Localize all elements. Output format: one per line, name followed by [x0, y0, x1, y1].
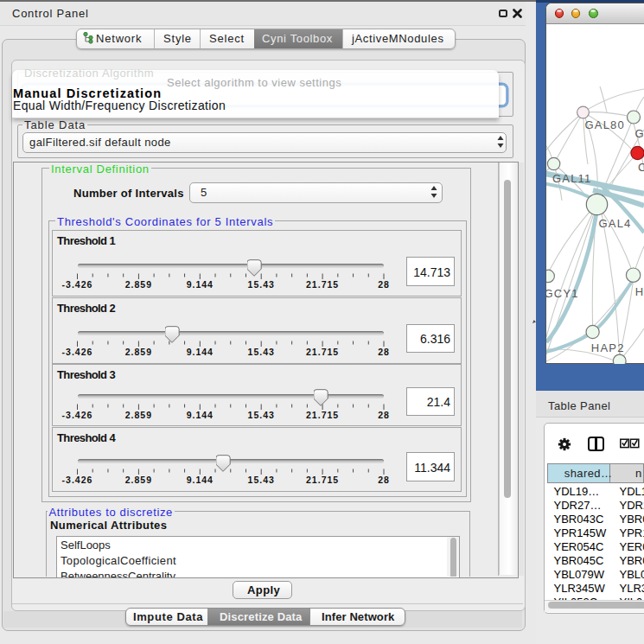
svg-text:GAL4: GAL4 [599, 217, 632, 230]
svg-text:GAL80: GAL80 [585, 118, 625, 131]
svg-text:HAP2: HAP2 [591, 341, 625, 354]
svg-text:GAL11: GAL11 [552, 172, 592, 185]
svg-text:HI: HI [635, 285, 644, 298]
svg-text:GCY1: GCY1 [546, 287, 579, 300]
svg-text:C: C [638, 161, 644, 174]
svg-text:GA: GA [635, 127, 644, 140]
